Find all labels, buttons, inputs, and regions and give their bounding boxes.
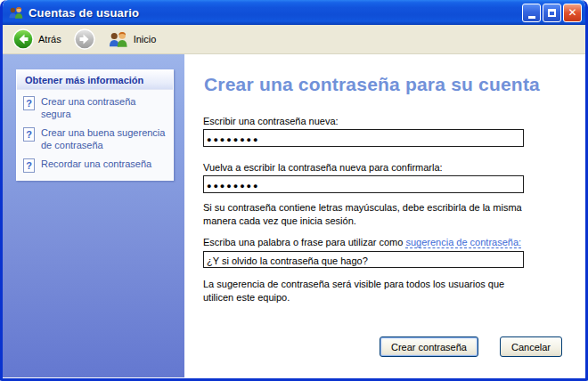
sidebar-item-good-hint[interactable]: ? Crear una buena sugerencia de contrase… <box>23 126 167 151</box>
sidebar-item-label: Crear una contraseña segura <box>41 95 166 120</box>
minimize-icon <box>528 16 535 19</box>
sidebar-item-label: Crear una buena sugerencia de contraseña <box>41 126 166 151</box>
sidebar-item-remember-password[interactable]: ? Recordar una contraseña <box>23 158 167 173</box>
window-title: Cuentas de usuario <box>29 6 522 20</box>
password-hint-link[interactable]: sugerencia de contraseña: <box>405 237 521 248</box>
new-password-label: Escribir una contraseña nueva: <box>203 116 339 126</box>
back-arrow-icon <box>12 28 34 50</box>
navigation-toolbar: Atrás Inicio <box>3 25 585 54</box>
hint-label: Escriba una palabra o frase para utiliza… <box>203 237 521 247</box>
cancel-button[interactable]: Cancelar <box>500 336 562 357</box>
learn-more-box: Obtener más información ? Crear una cont… <box>16 69 174 181</box>
page-title: Crear una contraseña para su cuenta <box>204 74 540 95</box>
home-users-icon <box>108 31 129 48</box>
create-password-button[interactable]: Crear contraseña <box>380 336 478 357</box>
case-sensitivity-note: Si su contraseña contiene letras mayúscu… <box>203 201 543 228</box>
help-doc-icon: ? <box>23 127 35 142</box>
forward-arrow-icon <box>74 28 95 50</box>
svg-text:?: ? <box>26 160 32 171</box>
sidebar-item-label: Recordar una contraseña <box>41 158 151 170</box>
new-password-input[interactable] <box>203 129 524 147</box>
forward-button[interactable] <box>71 27 98 52</box>
close-button[interactable]: ✕ <box>563 4 582 22</box>
svg-text:?: ? <box>26 98 32 109</box>
main-panel: Crear una contraseña para su cuenta Escr… <box>184 54 585 377</box>
password-hint-input[interactable] <box>203 251 524 268</box>
close-icon: ✕ <box>568 7 576 18</box>
user-accounts-window: Cuentas de usuario ✕ Atrás <box>0 0 588 381</box>
sidebar-item-secure-password[interactable]: ? Crear una contraseña segura <box>23 95 167 120</box>
svg-text:?: ? <box>26 129 32 140</box>
maximize-icon <box>548 9 556 17</box>
help-doc-icon: ? <box>23 158 35 173</box>
sidebar: Obtener más información ? Crear una cont… <box>3 54 184 377</box>
confirm-password-input[interactable] <box>203 175 524 193</box>
users-icon <box>8 6 24 20</box>
back-label: Atrás <box>38 34 61 45</box>
maximize-button[interactable] <box>543 4 561 22</box>
help-doc-icon: ? <box>23 96 35 110</box>
home-label: Inicio <box>134 34 157 45</box>
minimize-button[interactable] <box>522 4 541 22</box>
title-bar[interactable]: Cuentas de usuario ✕ <box>3 0 585 25</box>
home-button[interactable]: Inicio <box>105 29 159 50</box>
confirm-password-label: Vuelva a escribir la contraseña nueva pa… <box>203 162 443 173</box>
back-button[interactable]: Atrás <box>10 27 64 52</box>
learn-more-header: Obtener más información <box>17 70 173 90</box>
hint-visibility-note: La sugerencia de contraseña será visible… <box>203 278 531 304</box>
